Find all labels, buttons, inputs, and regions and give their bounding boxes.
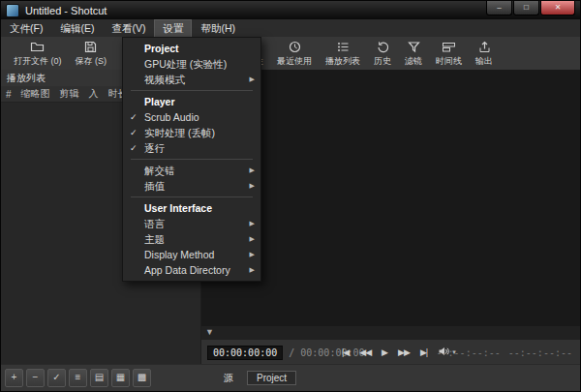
checkmark-icon: ✓ [130, 125, 138, 140]
playlist-menu-button[interactable]: ≡ [69, 369, 87, 387]
menu-file[interactable]: 文件(F) [1, 19, 51, 37]
maximize-button[interactable]: □ [513, 1, 539, 15]
open-file-icon [30, 40, 45, 54]
history-icon [376, 40, 390, 54]
export-icon [477, 40, 492, 54]
history-button[interactable]: 历史 [374, 40, 391, 68]
menu-item-language[interactable]: 语言 ▶ [123, 216, 260, 231]
menu-separator [131, 196, 253, 197]
title-bar: Untitled - Shotcut – □ ✕ [1, 1, 580, 19]
menu-item-realtime-frame-dropping[interactable]: ✓ 实时处理 (丢帧) [123, 125, 260, 140]
menu-item-gpu-processing[interactable]: GPU处理 (实验性) [123, 56, 260, 72]
menu-item-display-method[interactable]: Display Method ▶ [123, 247, 260, 262]
column-in[interactable]: 入 [89, 87, 99, 101]
export-button[interactable]: 输出 [475, 40, 493, 68]
filters-button[interactable]: 滤镜 [405, 40, 422, 68]
timeline-icon [442, 40, 456, 54]
seek-bar[interactable]: ▼ [201, 326, 580, 340]
skip-start-button[interactable]: |◀ [342, 347, 349, 357]
playhead-marker-icon[interactable]: ▼ [205, 326, 214, 338]
column-index[interactable]: # [6, 89, 12, 100]
submenu-arrow-icon: ▶ [250, 262, 255, 278]
window-controls: – □ ✕ [486, 1, 575, 15]
submenu-arrow-icon: ▶ [250, 247, 255, 262]
checkmark-icon: ✓ [130, 109, 138, 125]
selection-start-timecode: --:--:--:-- [437, 347, 501, 358]
menu-header-user-interface: User Interface [123, 200, 260, 216]
window-title: Untitled - Shotcut [25, 5, 107, 16]
minimize-button[interactable]: – [486, 1, 512, 15]
menu-separator [131, 159, 253, 160]
selection-end-timecode: --:--:--:-- [508, 347, 572, 358]
play-button[interactable]: ▶ [382, 347, 387, 357]
submenu-arrow-icon: ▶ [250, 216, 255, 231]
transport-bar: 00:00:00:00 / 00:00:00:00 |◀ ◀◀ ▶ ▶▶ ▶| … [201, 340, 580, 365]
menu-item-deinterlacer[interactable]: 解交错 ▶ [123, 163, 260, 178]
menu-item-video-mode[interactable]: 视频模式 ▶ [123, 72, 260, 87]
menu-header-player: Player [123, 94, 260, 109]
current-timecode[interactable]: 00:00:00:00 [207, 346, 283, 360]
open-file-button[interactable]: 打开文件 (0) [14, 40, 62, 68]
playlist-icon [336, 40, 351, 54]
menu-item-scrub-audio[interactable]: ✓ Scrub Audio [123, 109, 260, 125]
checkmark-icon: ✓ [130, 140, 138, 156]
menu-view[interactable]: 查看(V) [103, 19, 154, 37]
menu-separator [131, 90, 253, 91]
bottom-bar: + − ✓ ≡ ▤ ▦ ▩ 源 Project [1, 364, 580, 391]
submenu-arrow-icon: ▶ [250, 178, 255, 194]
submenu-arrow-icon: ▶ [250, 72, 255, 87]
menu-item-theme[interactable]: 主题 ▶ [123, 231, 260, 247]
submenu-arrow-icon: ▶ [250, 163, 255, 178]
settings-dropdown-menu: Project GPU处理 (实验性) 视频模式 ▶ Player ✓ Scru… [122, 37, 261, 282]
menu-item-interpolation[interactable]: 插值 ▶ [123, 178, 260, 194]
menu-item-app-data-directory[interactable]: App Data Directory ▶ [123, 262, 260, 278]
playlist-remove-button[interactable]: − [26, 369, 45, 387]
playlist-add-button[interactable]: + [5, 369, 23, 387]
menu-help[interactable]: 帮助(H) [192, 19, 244, 37]
tab-source[interactable]: 源 [214, 370, 243, 387]
menu-item-progressive[interactable]: ✓ 逐行 [123, 140, 260, 156]
playlist-button[interactable]: 播放列表 [325, 40, 360, 68]
view-icons-button[interactable]: ▩ [133, 369, 151, 387]
timeline-button[interactable]: 时间线 [436, 40, 462, 68]
view-tiles-button[interactable]: ▦ [111, 369, 130, 387]
save-icon [83, 40, 98, 54]
recent-button[interactable]: 最近使用 [277, 40, 312, 68]
recent-icon [288, 40, 302, 54]
view-details-button[interactable]: ▤ [90, 369, 108, 387]
main-toolbar: 打开文件 (0) 保存 (S) 属性 最近使用 播放列表 历史 滤镜 [1, 37, 580, 71]
column-thumbnail[interactable]: 缩略图 [21, 87, 50, 101]
app-icon [6, 4, 19, 17]
skip-end-button[interactable]: ▶| [420, 347, 427, 357]
playlist-update-button[interactable]: ✓ [47, 369, 66, 387]
fast-forward-button[interactable]: ▶▶ [398, 347, 410, 357]
menu-header-project: Project [123, 41, 260, 56]
menu-edit[interactable]: 编辑(E) [51, 19, 103, 37]
save-button[interactable]: 保存 (S) [76, 40, 107, 68]
shotcut-window: Untitled - Shotcut – □ ✕ 文件(F) 编辑(E) 查看(… [0, 0, 581, 392]
rewind-button[interactable]: ◀◀ [359, 347, 371, 357]
menu-bar: 文件(F) 编辑(E) 查看(V) 设置 帮助(H) [1, 19, 580, 38]
column-clip[interactable]: 剪辑 [60, 87, 79, 101]
close-button[interactable]: ✕ [540, 1, 575, 15]
player-tabs: 源 Project [214, 370, 300, 387]
filters-icon [407, 40, 421, 54]
menu-settings[interactable]: 设置 [154, 19, 192, 37]
submenu-arrow-icon: ▶ [250, 231, 255, 247]
tab-project[interactable]: Project [247, 371, 296, 385]
selection-timecodes: --:--:--:-- --:--:--:-- [437, 340, 572, 365]
